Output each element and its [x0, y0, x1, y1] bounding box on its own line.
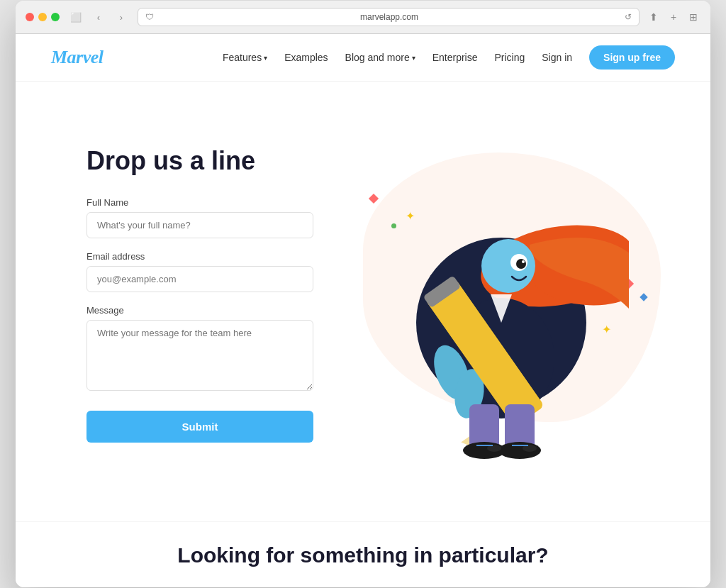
message-group: Message	[86, 305, 313, 394]
nav-pricing[interactable]: Pricing	[494, 52, 525, 63]
share-icon[interactable]: ⬆	[647, 10, 661, 24]
svg-point-6	[522, 260, 525, 263]
traffic-lights	[26, 13, 60, 21]
bottom-heading: Looking for something in particular?	[16, 543, 710, 567]
forward-icon[interactable]: ›	[112, 10, 130, 24]
nav-blog[interactable]: Blog and more	[345, 52, 415, 63]
email-group: Email address	[86, 251, 313, 292]
shield-icon: 🛡	[145, 12, 154, 22]
back-icon[interactable]: ‹	[89, 10, 108, 24]
grid-icon[interactable]: ⊞	[686, 10, 700, 24]
browser-chrome: ⬜ ‹ › 🛡 marvelapp.com ↺ ⬆ + ⊞	[16, 1, 710, 34]
email-input[interactable]	[86, 266, 313, 292]
browser-window: ⬜ ‹ › 🛡 marvelapp.com ↺ ⬆ + ⊞ Marvel Fea…	[16, 1, 710, 587]
maximize-button[interactable]	[51, 13, 60, 21]
browser-nav: ⬜ ‹ ›	[67, 10, 130, 24]
site-header: Marvel Features Examples Blog and more E…	[16, 34, 710, 82]
bottom-section: Looking for something in particular?	[16, 521, 710, 582]
full-name-input[interactable]	[86, 212, 313, 238]
full-name-group: Full Name	[86, 197, 313, 238]
message-label: Message	[86, 305, 313, 316]
address-bar[interactable]: 🛡 marvelapp.com ↺	[138, 8, 640, 26]
url-text: marvelapp.com	[158, 12, 620, 22]
page: Marvel Features Examples Blog and more E…	[16, 34, 710, 587]
nav-features[interactable]: Features	[223, 52, 267, 63]
signup-button[interactable]: Sign up free	[589, 45, 675, 70]
submit-button[interactable]: Submit	[86, 411, 313, 443]
nav-signin[interactable]: Sign in	[542, 52, 572, 63]
full-name-label: Full Name	[86, 197, 313, 208]
message-textarea[interactable]	[86, 320, 313, 391]
close-button[interactable]	[26, 13, 34, 21]
main-content: Drop us a line Full Name Email address M…	[16, 82, 710, 521]
refresh-icon[interactable]: ↺	[625, 12, 632, 22]
minimize-button[interactable]	[38, 13, 47, 21]
illustration-section: ✦ ✦	[313, 138, 675, 479]
nav-examples[interactable]: Examples	[284, 52, 328, 63]
site-logo[interactable]: Marvel	[51, 47, 104, 68]
browser-actions: ⬆ + ⊞	[647, 10, 700, 24]
main-nav: Features Examples Blog and more Enterpri…	[223, 45, 675, 70]
svg-point-3	[481, 239, 535, 293]
svg-point-5	[516, 259, 526, 269]
window-icon[interactable]: ⬜	[67, 10, 85, 24]
nav-enterprise[interactable]: Enterprise	[432, 52, 478, 63]
add-tab-icon[interactable]: +	[666, 10, 681, 24]
contact-form-section: Drop us a line Full Name Email address M…	[86, 138, 313, 443]
email-label: Email address	[86, 251, 313, 262]
character-illustration	[359, 152, 629, 465]
form-title: Drop us a line	[86, 145, 313, 176]
